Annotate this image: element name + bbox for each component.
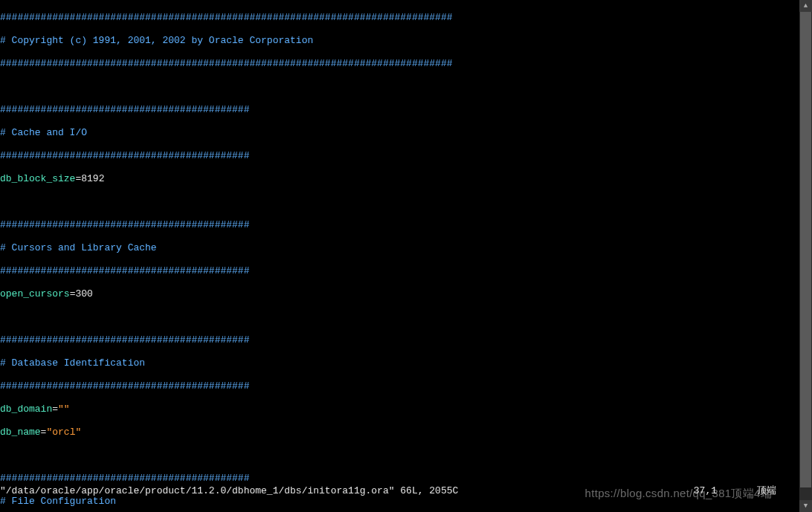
hash-bar: ########################################… — [0, 12, 453, 23]
param-db-name: db_name — [0, 427, 41, 438]
param-db-domain: db_domain — [0, 404, 52, 415]
hash-bar: ########################################… — [0, 473, 249, 484]
param-db-domain-value: "" — [58, 404, 70, 415]
eq: = — [52, 404, 58, 415]
hash-bar: ########################################… — [0, 380, 249, 392]
param-db-block-size-value: =8192 — [75, 173, 104, 184]
vim-status-position: 37,1 — [694, 485, 717, 497]
hash-bar: ########################################… — [0, 334, 249, 346]
scroll-up-button[interactable]: ▲ — [799, 0, 812, 12]
param-open-cursors-value: =300 — [70, 288, 93, 299]
section-cursors: # Cursors and Library Cache — [0, 242, 157, 253]
hash-bar: ########################################… — [0, 219, 249, 230]
copyright-comment: # Copyright (c) 1991, 2001, 2002 by Orac… — [0, 35, 313, 46]
hash-bar: ########################################… — [0, 265, 249, 276]
hash-bar: ########################################… — [0, 104, 249, 115]
hash-bar: ########################################… — [0, 150, 249, 161]
scroll-down-button[interactable]: ▼ — [799, 500, 812, 512]
section-cache: # Cache and I/O — [0, 127, 87, 138]
vim-status-file: "/data/oracle/app/oracle/product/11.2.0/… — [0, 485, 458, 496]
scroll-thumb[interactable] — [800, 12, 811, 487]
vertical-scrollbar[interactable]: ▲ ▼ — [799, 0, 812, 512]
section-fileconf: # File Configuration — [0, 496, 116, 507]
section-dbid: # Database Identification — [0, 357, 145, 369]
terminal-viewport[interactable]: ########################################… — [0, 0, 790, 512]
vim-status-percent: 顶端 — [757, 485, 776, 497]
param-db-block-size: db_block_size — [0, 173, 75, 184]
hash-bar: ########################################… — [0, 58, 453, 69]
param-db-name-value: "orcl" — [46, 427, 81, 438]
param-open-cursors: open_cursors — [0, 288, 70, 299]
